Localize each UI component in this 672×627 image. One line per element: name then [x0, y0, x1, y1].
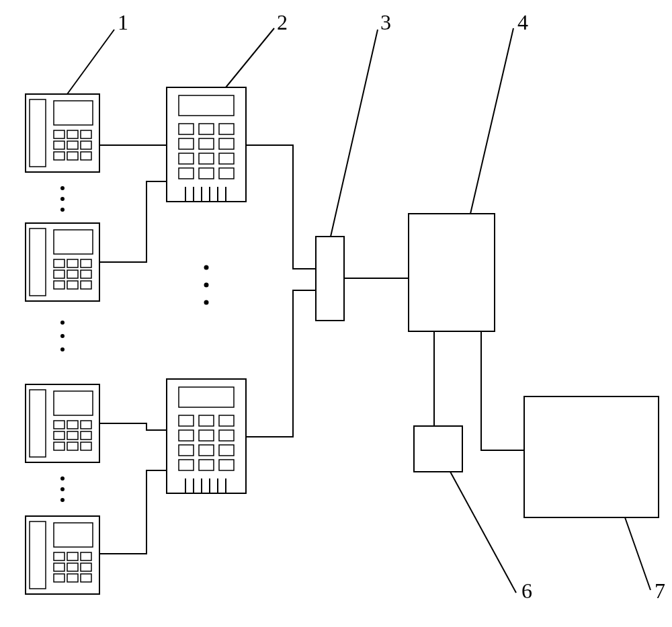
ellipsis-dot	[60, 208, 65, 212]
label-2: 2	[277, 10, 288, 34]
phone-small-icon	[26, 516, 99, 594]
label-1: 1	[118, 10, 128, 34]
block-diagram: 1 2 3 4 6 7	[0, 0, 672, 627]
keypad-large-icon	[167, 87, 246, 202]
ellipsis-dot	[204, 265, 209, 270]
ellipsis-dot	[60, 197, 65, 201]
ellipsis-dot	[204, 300, 209, 305]
ellipsis-dot	[60, 476, 65, 480]
ellipsis-dot	[204, 283, 209, 288]
phone-small-icon	[26, 384, 99, 462]
label-6: 6	[521, 579, 532, 603]
label-4: 4	[517, 10, 528, 34]
leader-line	[450, 472, 516, 593]
block-4	[409, 214, 495, 331]
block-7	[524, 396, 659, 517]
connector-line	[246, 290, 316, 437]
leader-line	[331, 30, 378, 237]
connector-line	[99, 423, 167, 430]
leader-line	[226, 28, 274, 87]
block-6	[414, 426, 462, 472]
phone-small-icon	[26, 94, 99, 172]
connector-line	[99, 470, 167, 554]
leader-line	[625, 517, 650, 590]
ellipsis-dot	[60, 321, 65, 325]
leader-line	[67, 30, 114, 94]
leader-line	[470, 28, 513, 214]
ellipsis-dot	[60, 498, 65, 502]
ellipsis-dot	[60, 347, 65, 351]
connector-line	[99, 181, 167, 262]
ellipsis-dot	[60, 487, 65, 491]
ellipsis-dot	[60, 186, 65, 190]
ellipsis-dot	[60, 334, 65, 338]
label-3: 3	[380, 10, 391, 34]
phone-small-icon	[26, 223, 99, 301]
connector-line	[246, 145, 316, 269]
label-7: 7	[655, 579, 665, 603]
keypad-large-icon	[167, 379, 246, 493]
connector-line	[481, 331, 524, 450]
block-3	[316, 237, 344, 321]
